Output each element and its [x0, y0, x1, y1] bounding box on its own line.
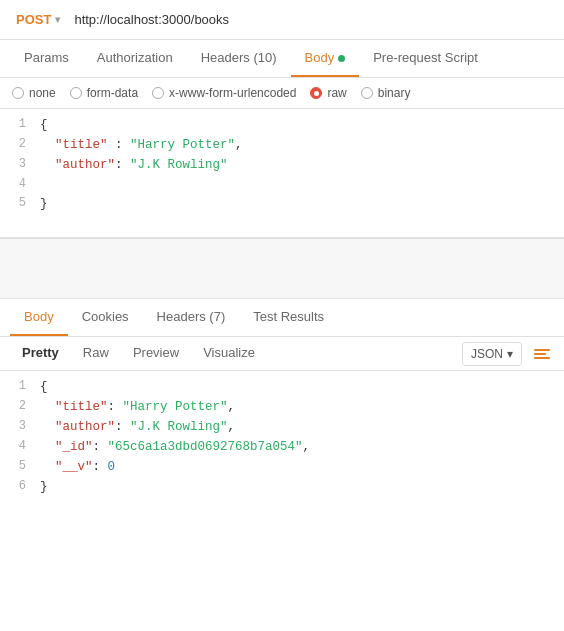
wrap-icon-line3 [534, 357, 550, 359]
resp-line-5: 5 "__v": 0 [0, 457, 564, 477]
req-line-1: 1 { [0, 115, 564, 135]
json-dropdown-chevron: ▾ [507, 347, 513, 361]
wrap-toggle-button[interactable] [530, 345, 554, 363]
tab-pre-request[interactable]: Pre-request Script [359, 40, 492, 77]
req-linenum-4: 4 [0, 175, 36, 194]
tab-body[interactable]: Body [291, 40, 360, 77]
tab-params[interactable]: Params [10, 40, 83, 77]
req-linenum-1: 1 [0, 115, 36, 134]
req-content-5: } [36, 194, 564, 214]
resp-line-1: 1 { [0, 377, 564, 397]
resp-content-3: "author": "J.K Rowling", [36, 417, 564, 437]
resp-tab-test-results[interactable]: Test Results [239, 299, 338, 336]
resp-linenum-5: 5 [0, 457, 36, 476]
req-line-4: 4 [0, 175, 564, 194]
resp-linenum-1: 1 [0, 377, 36, 396]
tab-headers[interactable]: Headers (10) [187, 40, 291, 77]
req-linenum-3: 3 [0, 155, 36, 174]
wrap-icon-line2 [534, 353, 546, 355]
resp-line-2: 2 "title": "Harry Potter", [0, 397, 564, 417]
body-type-form-data[interactable]: form-data [70, 86, 138, 100]
radio-none [12, 87, 24, 99]
request-code-editor[interactable]: 1 { 2 "title" : "Harry Potter", 3 "autho… [0, 109, 564, 239]
body-type-none[interactable]: none [12, 86, 56, 100]
req-linenum-5: 5 [0, 194, 36, 213]
resp-line-6: 6 } [0, 477, 564, 497]
resp-line-4: 4 "_id": "65c6a1a3dbd0692768b7a054", [0, 437, 564, 457]
resp-content-4: "_id": "65c6a1a3dbd0692768b7a054", [36, 437, 564, 457]
resp-linenum-2: 2 [0, 397, 36, 416]
response-right-controls: JSON ▾ [462, 342, 554, 366]
tab-authorization[interactable]: Authorization [83, 40, 187, 77]
resp-sub-preview[interactable]: Preview [121, 337, 191, 370]
body-type-raw[interactable]: raw [310, 86, 346, 100]
resp-content-1: { [36, 377, 564, 397]
url-bar: POST ▾ [0, 0, 564, 40]
json-format-label: JSON [471, 347, 503, 361]
method-label: POST [16, 12, 51, 27]
body-type-urlencoded[interactable]: x-www-form-urlencoded [152, 86, 296, 100]
response-sub-row: Pretty Raw Preview Visualize JSON ▾ [0, 337, 564, 371]
radio-urlencoded [152, 87, 164, 99]
method-chevron: ▾ [55, 14, 60, 25]
radio-raw [310, 87, 322, 99]
req-line-2: 2 "title" : "Harry Potter", [0, 135, 564, 155]
json-format-dropdown[interactable]: JSON ▾ [462, 342, 522, 366]
resp-line-3: 3 "author": "J.K Rowling", [0, 417, 564, 437]
req-content-1: { [36, 115, 564, 135]
resp-linenum-3: 3 [0, 417, 36, 436]
wrap-icon-line1 [534, 349, 550, 351]
url-input[interactable] [74, 12, 554, 27]
body-type-binary[interactable]: binary [361, 86, 411, 100]
resp-sub-pretty[interactable]: Pretty [10, 337, 71, 370]
req-line-5: 5 } [0, 194, 564, 214]
resp-linenum-6: 6 [0, 477, 36, 496]
body-type-row: none form-data x-www-form-urlencoded raw… [0, 78, 564, 109]
req-line-3: 3 "author": "J.K Rowling" [0, 155, 564, 175]
mid-spacer [0, 239, 564, 299]
resp-tab-headers[interactable]: Headers (7) [143, 299, 240, 336]
radio-form-data [70, 87, 82, 99]
resp-tab-cookies[interactable]: Cookies [68, 299, 143, 336]
resp-content-5: "__v": 0 [36, 457, 564, 477]
req-content-2: "title" : "Harry Potter", [36, 135, 564, 155]
response-tabs: Body Cookies Headers (7) Test Results [0, 299, 564, 337]
request-tabs: Params Authorization Headers (10) Body P… [0, 40, 564, 78]
resp-sub-raw[interactable]: Raw [71, 337, 121, 370]
resp-linenum-4: 4 [0, 437, 36, 456]
resp-content-6: } [36, 477, 564, 497]
method-selector[interactable]: POST ▾ [10, 8, 66, 31]
req-content-3: "author": "J.K Rowling" [36, 155, 564, 175]
resp-tab-body[interactable]: Body [10, 299, 68, 336]
resp-content-2: "title": "Harry Potter", [36, 397, 564, 417]
resp-sub-visualize[interactable]: Visualize [191, 337, 267, 370]
radio-binary [361, 87, 373, 99]
req-linenum-2: 2 [0, 135, 36, 154]
response-code-editor: 1 { 2 "title": "Harry Potter", 3 "author… [0, 371, 564, 503]
